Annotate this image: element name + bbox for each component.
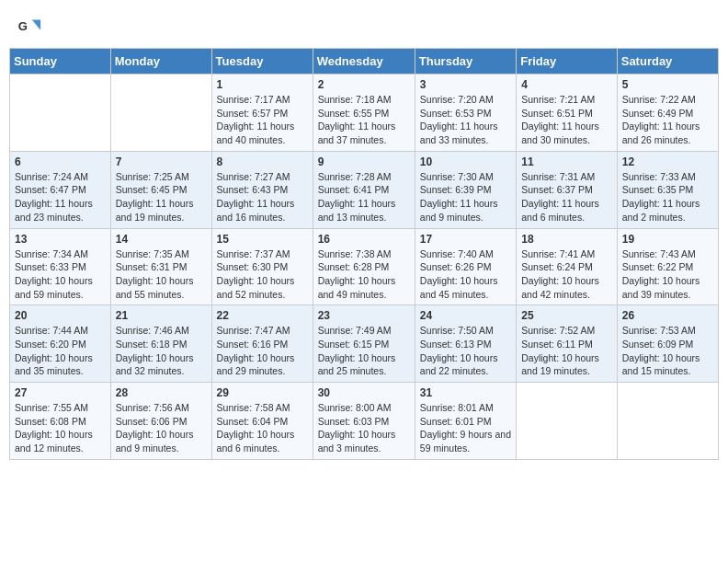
day-of-week-header: Friday: [517, 49, 618, 75]
day-info: Sunrise: 8:01 AM Sunset: 6:01 PM Dayligh…: [420, 401, 511, 455]
day-of-week-header: Sunday: [10, 49, 111, 75]
day-number: 19: [622, 233, 713, 246]
day-number: 4: [521, 78, 612, 91]
calendar-cell: [110, 75, 211, 152]
calendar-cell: 16Sunrise: 7:38 AM Sunset: 6:28 PM Dayli…: [313, 228, 415, 305]
calendar-cell: 21Sunrise: 7:46 AM Sunset: 6:18 PM Dayli…: [110, 305, 211, 383]
day-info: Sunrise: 7:46 AM Sunset: 6:18 PM Dayligh…: [116, 324, 207, 378]
day-info: Sunrise: 7:35 AM Sunset: 6:31 PM Dayligh…: [116, 247, 207, 302]
day-info: Sunrise: 7:21 AM Sunset: 6:51 PM Dayligh…: [521, 93, 612, 147]
calendar-cell: 28Sunrise: 7:56 AM Sunset: 6:06 PM Dayli…: [110, 383, 211, 460]
day-number: 20: [15, 309, 106, 322]
svg-text:G: G: [18, 19, 28, 33]
day-info: Sunrise: 7:31 AM Sunset: 6:37 PM Dayligh…: [521, 170, 612, 224]
calendar-week-row: 27Sunrise: 7:55 AM Sunset: 6:08 PM Dayli…: [10, 383, 719, 460]
day-number: 12: [622, 155, 713, 168]
calendar-header-row: SundayMondayTuesdayWednesdayThursdayFrid…: [10, 49, 719, 75]
logo-icon: G: [17, 13, 42, 39]
day-number: 24: [420, 309, 511, 322]
day-info: Sunrise: 7:56 AM Sunset: 6:06 PM Dayligh…: [116, 401, 207, 455]
day-number: 6: [15, 155, 106, 168]
calendar-cell: 19Sunrise: 7:43 AM Sunset: 6:22 PM Dayli…: [617, 228, 718, 305]
calendar-cell: 8Sunrise: 7:27 AM Sunset: 6:43 PM Daylig…: [211, 151, 313, 228]
day-number: 14: [116, 233, 207, 246]
calendar-cell: 15Sunrise: 7:37 AM Sunset: 6:30 PM Dayli…: [211, 228, 313, 305]
day-info: Sunrise: 7:43 AM Sunset: 6:22 PM Dayligh…: [622, 247, 713, 302]
calendar-cell: 24Sunrise: 7:50 AM Sunset: 6:13 PM Dayli…: [415, 305, 516, 383]
day-number: 26: [622, 309, 713, 322]
day-of-week-header: Saturday: [617, 49, 718, 75]
day-number: 18: [521, 233, 612, 246]
calendar-week-row: 13Sunrise: 7:34 AM Sunset: 6:33 PM Dayli…: [10, 228, 719, 305]
day-info: Sunrise: 7:55 AM Sunset: 6:08 PM Dayligh…: [15, 401, 106, 455]
calendar-cell: [10, 75, 111, 152]
day-number: 9: [318, 155, 410, 168]
calendar-cell: 12Sunrise: 7:33 AM Sunset: 6:35 PM Dayli…: [617, 151, 718, 228]
calendar-cell: 25Sunrise: 7:52 AM Sunset: 6:11 PM Dayli…: [517, 305, 618, 383]
day-number: 31: [420, 386, 511, 399]
day-info: Sunrise: 7:20 AM Sunset: 6:53 PM Dayligh…: [420, 93, 511, 147]
calendar-cell: 31Sunrise: 8:01 AM Sunset: 6:01 PM Dayli…: [415, 383, 516, 460]
day-info: Sunrise: 7:22 AM Sunset: 6:49 PM Dayligh…: [622, 93, 713, 147]
calendar-cell: 30Sunrise: 8:00 AM Sunset: 6:03 PM Dayli…: [313, 383, 415, 460]
day-info: Sunrise: 7:25 AM Sunset: 6:45 PM Dayligh…: [116, 170, 207, 224]
day-number: 22: [217, 309, 308, 322]
calendar-cell: 5Sunrise: 7:22 AM Sunset: 6:49 PM Daylig…: [617, 75, 718, 152]
day-number: 16: [318, 233, 410, 246]
day-info: Sunrise: 7:44 AM Sunset: 6:20 PM Dayligh…: [15, 324, 106, 378]
calendar-cell: 18Sunrise: 7:41 AM Sunset: 6:24 PM Dayli…: [517, 228, 618, 305]
day-info: Sunrise: 7:38 AM Sunset: 6:28 PM Dayligh…: [318, 247, 410, 302]
calendar-cell: 9Sunrise: 7:28 AM Sunset: 6:41 PM Daylig…: [313, 151, 415, 228]
calendar-cell: 17Sunrise: 7:40 AM Sunset: 6:26 PM Dayli…: [415, 228, 516, 305]
day-number: 28: [116, 386, 207, 399]
day-of-week-header: Wednesday: [313, 49, 415, 75]
day-info: Sunrise: 7:52 AM Sunset: 6:11 PM Dayligh…: [521, 324, 612, 378]
logo: G: [17, 13, 46, 39]
calendar-cell: 20Sunrise: 7:44 AM Sunset: 6:20 PM Dayli…: [10, 305, 111, 383]
day-number: 21: [116, 309, 207, 322]
calendar-table: SundayMondayTuesdayWednesdayThursdayFrid…: [9, 48, 719, 460]
day-number: 27: [15, 386, 106, 399]
day-info: Sunrise: 7:53 AM Sunset: 6:09 PM Dayligh…: [622, 324, 713, 378]
day-number: 8: [217, 155, 308, 168]
calendar-week-row: 1Sunrise: 7:17 AM Sunset: 6:57 PM Daylig…: [10, 75, 719, 152]
calendar-cell: 2Sunrise: 7:18 AM Sunset: 6:55 PM Daylig…: [313, 75, 415, 152]
day-info: Sunrise: 7:41 AM Sunset: 6:24 PM Dayligh…: [521, 247, 612, 302]
day-info: Sunrise: 8:00 AM Sunset: 6:03 PM Dayligh…: [318, 401, 410, 455]
calendar-cell: 13Sunrise: 7:34 AM Sunset: 6:33 PM Dayli…: [10, 228, 111, 305]
day-info: Sunrise: 7:58 AM Sunset: 6:04 PM Dayligh…: [217, 401, 308, 455]
day-of-week-header: Thursday: [415, 49, 516, 75]
day-info: Sunrise: 7:47 AM Sunset: 6:16 PM Dayligh…: [217, 324, 308, 378]
day-number: 1: [217, 78, 308, 91]
day-info: Sunrise: 7:40 AM Sunset: 6:26 PM Dayligh…: [420, 247, 511, 302]
day-info: Sunrise: 7:50 AM Sunset: 6:13 PM Dayligh…: [420, 324, 511, 378]
calendar-cell: 4Sunrise: 7:21 AM Sunset: 6:51 PM Daylig…: [517, 75, 618, 152]
calendar-cell: 6Sunrise: 7:24 AM Sunset: 6:47 PM Daylig…: [10, 151, 111, 228]
day-info: Sunrise: 7:34 AM Sunset: 6:33 PM Dayligh…: [15, 247, 106, 302]
day-info: Sunrise: 7:27 AM Sunset: 6:43 PM Dayligh…: [217, 170, 308, 224]
day-number: 25: [521, 309, 612, 322]
calendar-cell: 27Sunrise: 7:55 AM Sunset: 6:08 PM Dayli…: [10, 383, 111, 460]
day-number: 29: [217, 386, 308, 399]
calendar-cell: [517, 383, 618, 460]
day-of-week-header: Tuesday: [211, 49, 313, 75]
calendar-cell: 14Sunrise: 7:35 AM Sunset: 6:31 PM Dayli…: [110, 228, 211, 305]
calendar-week-row: 20Sunrise: 7:44 AM Sunset: 6:20 PM Dayli…: [10, 305, 719, 383]
day-number: 23: [318, 309, 410, 322]
calendar-cell: 22Sunrise: 7:47 AM Sunset: 6:16 PM Dayli…: [211, 305, 313, 383]
day-info: Sunrise: 7:24 AM Sunset: 6:47 PM Dayligh…: [15, 170, 106, 224]
day-info: Sunrise: 7:33 AM Sunset: 6:35 PM Dayligh…: [622, 170, 713, 224]
page-header: G: [9, 9, 719, 42]
calendar-cell: 3Sunrise: 7:20 AM Sunset: 6:53 PM Daylig…: [415, 75, 516, 152]
calendar-cell: 11Sunrise: 7:31 AM Sunset: 6:37 PM Dayli…: [517, 151, 618, 228]
day-number: 7: [116, 155, 207, 168]
day-number: 17: [420, 233, 511, 246]
calendar-cell: [617, 383, 718, 460]
calendar-cell: 7Sunrise: 7:25 AM Sunset: 6:45 PM Daylig…: [110, 151, 211, 228]
calendar-cell: 1Sunrise: 7:17 AM Sunset: 6:57 PM Daylig…: [211, 75, 313, 152]
day-number: 30: [318, 386, 410, 399]
day-info: Sunrise: 7:18 AM Sunset: 6:55 PM Dayligh…: [318, 93, 410, 147]
day-number: 10: [420, 155, 511, 168]
day-number: 11: [521, 155, 612, 168]
calendar-cell: 10Sunrise: 7:30 AM Sunset: 6:39 PM Dayli…: [415, 151, 516, 228]
